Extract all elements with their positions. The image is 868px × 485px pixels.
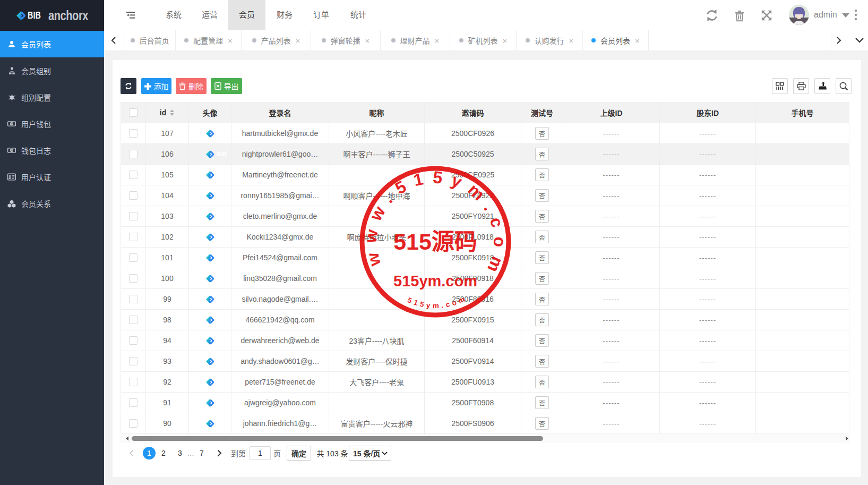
svg-text:0: 0 bbox=[11, 122, 12, 125]
svg-text:0: 0 bbox=[11, 149, 12, 152]
